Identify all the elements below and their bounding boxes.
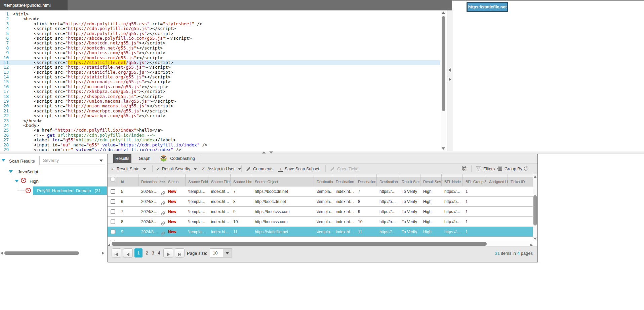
code-line-3[interactable]: 3 <link href="https://cdn.polyfill.io/g5…	[0, 22, 440, 26]
code-line-8[interactable]: 8 <script src="http://bootcdn.net/g55.js…	[0, 46, 440, 50]
splitter-down-icon[interactable]	[269, 151, 273, 153]
editor-splitter[interactable]	[447, 10, 452, 151]
code-line-25[interactable]: 25 <a href="https://cdn.polyfill.io/inde…	[0, 128, 440, 133]
scan-scrollbar-thumb[interactable]	[4, 251, 79, 255]
code-line-17[interactable]: 17 <script src="https://xhsbpza.com/g55.…	[0, 89, 440, 94]
table-scrollbar-thumb[interactable]	[533, 195, 537, 226]
export-button[interactable]: x	[461, 164, 467, 174]
table-row-partial[interactable]	[108, 237, 533, 241]
scroll-left-icon[interactable]	[1, 251, 3, 255]
code-line-7[interactable]: 7 <script src="https://bootcdn.net/g55.j…	[0, 41, 440, 45]
scroll-down-icon[interactable]	[533, 238, 537, 240]
group-by-button[interactable]: Group By	[497, 164, 523, 174]
file-tab[interactable]: \template\erp\index.html	[0, 0, 68, 10]
severity-dropdown[interactable]: Severity	[39, 156, 105, 165]
save-scan-subset-button[interactable]: ↓Save Scan Subset	[278, 164, 320, 174]
tree-node-high[interactable]: High	[30, 179, 39, 184]
column-header-destination-o[interactable]: Destination O	[377, 174, 399, 187]
collapse-panel-icon[interactable]	[1, 159, 5, 162]
tab-codebashing[interactable]: Codebashing	[156, 154, 200, 163]
column-header-destination-l[interactable]: Destination L	[355, 174, 377, 187]
code-line-23[interactable]: 23 </head>	[0, 118, 440, 123]
tree-expand-high-icon[interactable]	[15, 180, 19, 182]
code-line-6[interactable]: 6 <script src="https://abcde.polyfill.io…	[0, 36, 440, 41]
prev-page-button[interactable]	[123, 248, 133, 257]
code-line-19[interactable]: 19 <script src="https://union.macoms.la/…	[0, 99, 440, 104]
code-editor[interactable]: 1<html>2 <head>3 <link href="https://cdn…	[0, 10, 440, 151]
page-size-dropdown[interactable]: 10	[210, 248, 232, 257]
column-header-result-sever[interactable]: Result Sever	[420, 174, 442, 187]
column-header-direct[interactable]: Direct	[158, 174, 165, 187]
code-line-14[interactable]: 14 <script src="http://staticfile.org/g5…	[0, 75, 440, 79]
row-checkbox[interactable]	[111, 189, 115, 194]
code-line-27[interactable]: 27 <label for="g55">https://cdn.polyfill…	[0, 138, 440, 142]
page-2-button[interactable]: 2	[144, 248, 150, 257]
first-page-button[interactable]	[112, 248, 121, 257]
code-line-13[interactable]: 13 <script src="https://staticfile.org/g…	[0, 70, 440, 75]
collapse-left-icon[interactable]	[448, 68, 451, 72]
collapse-right-icon[interactable]	[449, 78, 451, 81]
code-line-9[interactable]: 9 <script src="https://bootcss.com/g55.j…	[0, 50, 440, 55]
code-scrollbar-thumb[interactable]	[442, 16, 445, 111]
column-header-result-state[interactable]: Result State	[399, 174, 420, 187]
tree-expand-javascript-icon[interactable]	[9, 170, 13, 173]
row-checkbox[interactable]	[111, 219, 115, 224]
refresh-button[interactable]	[523, 164, 528, 174]
tab-results[interactable]: Results	[113, 154, 131, 163]
scroll-up-icon[interactable]	[442, 11, 445, 14]
table-hscrollbar-thumb[interactable]	[112, 242, 487, 246]
code-line-20[interactable]: 20 <script src="http://union.macoms.la/g…	[0, 104, 440, 108]
column-header-bfl-group-s[interactable]: BFL Group S	[463, 174, 486, 187]
code-line-28[interactable]: 28 <input id="uu" name="g55" value="http…	[0, 143, 440, 147]
code-line-11[interactable]: 11 <script src="https://staticfile.net/g…	[0, 60, 440, 65]
code-line-22[interactable]: 22 <script src="http://newcrbpc.com/g55.…	[0, 113, 440, 118]
row-checkbox[interactable]	[111, 199, 115, 204]
row-checkbox[interactable]	[111, 230, 115, 234]
column-header-source-folde[interactable]: Source Folde	[186, 174, 208, 187]
page-3-button[interactable]: 3	[150, 248, 156, 257]
table-horizontal-scrollbar[interactable]	[108, 241, 533, 246]
table-row[interactable]: 72024/8…New\templa…index.ht…9https://boo…	[108, 207, 533, 217]
tree-node-query-selected[interactable]: Polyfill_Hardcoded_Domain (31	[33, 186, 107, 195]
page-4-button[interactable]: 4	[156, 248, 162, 257]
code-line-18[interactable]: 18 <script src="http://xhsbpza.com/g55.j…	[0, 94, 440, 99]
last-page-button[interactable]	[175, 248, 185, 257]
column-header-bfl-node[interactable]: BFL Node	[442, 174, 463, 187]
horizontal-splitter[interactable]	[0, 151, 644, 154]
code-line-29[interactable]: 29 <input id="rrr" value="s://cdn.polyfi…	[0, 147, 440, 151]
open-ticket-button[interactable]: Open Ticket	[330, 164, 360, 174]
column-header-status[interactable]: Status	[165, 174, 186, 187]
select-all-checkbox[interactable]	[111, 177, 115, 181]
page-1-button[interactable]: 1	[134, 248, 143, 257]
code-line-15[interactable]: 15 <script src="https://unionadjs.com/g5…	[0, 79, 440, 84]
result-severity-button[interactable]: ✓Result Severity	[156, 164, 197, 174]
tab-graph[interactable]: Graph	[136, 154, 153, 163]
code-line-5[interactable]: 5 <script src="http://cdn.polyfill.io/g5…	[0, 31, 440, 36]
table-row[interactable]: 52024/8…New\templa…index.ht…7https://boo…	[108, 186, 533, 197]
code-line-10[interactable]: 10 <script src="http://bootcss.com/g55.j…	[0, 56, 440, 60]
column-header-destination-f[interactable]: Destination F	[333, 174, 355, 187]
scan-panel-hscrollbar[interactable]	[0, 251, 107, 255]
column-header-assigned-us[interactable]: Assigned Us	[486, 174, 508, 187]
assign-to-user-button[interactable]: ✓Assign to User	[202, 164, 241, 174]
result-state-button[interactable]: ✓Result State	[111, 164, 146, 174]
code-line-21[interactable]: 21 <script src="https://newcrbpc.com/g55…	[0, 109, 440, 113]
column-header-source-line[interactable]: Source Line	[231, 174, 252, 187]
code-line-12[interactable]: 12 <script src="http://staticfile.net/g5…	[0, 65, 440, 70]
row-checkbox[interactable]	[111, 209, 115, 214]
code-line-16[interactable]: 16 <script src="http://unionadjs.com/g55…	[0, 84, 440, 89]
table-row[interactable]: 92024/8…New\templa…index.ht…11https://st…	[108, 227, 533, 237]
column-header-source-filen[interactable]: Source Filen	[208, 174, 231, 187]
scroll-up-icon[interactable]	[533, 176, 537, 178]
table-row[interactable]: 82024/8…New\templa…index.ht…10http://boo…	[108, 217, 533, 227]
code-line-24[interactable]: 24 <body>	[0, 123, 440, 128]
column-header-checkbox[interactable]	[108, 174, 118, 187]
code-line-4[interactable]: 4 <script src="https://cdn.polyfill.io/g…	[0, 26, 440, 31]
code-line-1[interactable]: 1<html>	[0, 12, 440, 16]
splitter-up-icon[interactable]	[262, 151, 266, 153]
column-header-ticket-id[interactable]: Ticket ID	[508, 174, 533, 187]
column-header-detection-da[interactable]: Detection Da	[138, 174, 158, 187]
column-header-source-object[interactable]: Source Object	[252, 174, 314, 187]
filters-button[interactable]: Filters	[476, 164, 495, 174]
table-row[interactable]: 62024/8…New\templa…index.ht…8http://boot…	[108, 197, 533, 207]
